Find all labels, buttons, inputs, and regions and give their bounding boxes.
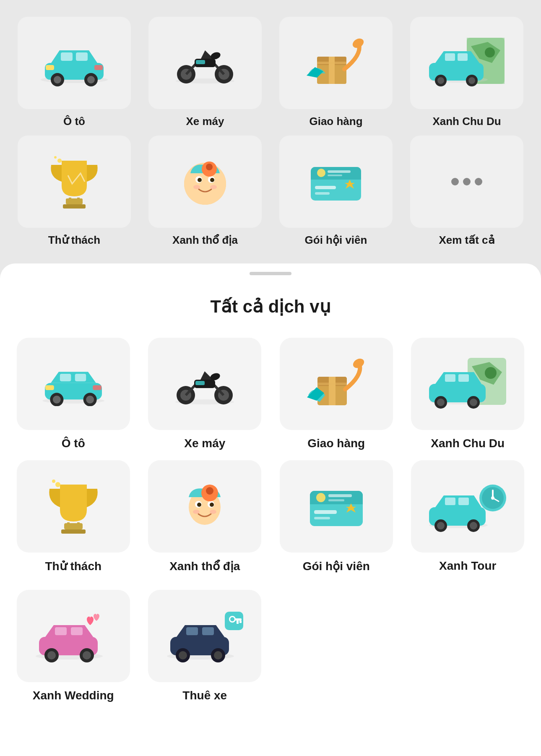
svg-rect-66 [45, 385, 54, 390]
svg-point-125 [491, 496, 494, 500]
service-label-xanh-chu-du: Xanh Chu Du [431, 437, 505, 450]
svg-rect-57 [328, 175, 342, 176]
svg-rect-145 [235, 618, 242, 620]
svg-point-131 [47, 651, 56, 660]
service-label-xanh-tho-dia-top: Xanh thổ địa [172, 234, 238, 247]
svg-point-133 [83, 651, 91, 660]
service-icon-xe-may-top [148, 17, 262, 109]
service-item-xanh-chu-du-top[interactable]: Xanh Chu Du [405, 17, 528, 128]
svg-rect-20 [329, 57, 335, 84]
svg-rect-146 [239, 620, 242, 623]
service-item-xanh-tho-dia-top[interactable]: Xanh thổ địa [143, 136, 267, 247]
service-item-o-to-top[interactable]: Ô tô [13, 17, 136, 128]
service-item-xanh-chu-du[interactable]: Xanh Chu Du [407, 338, 529, 450]
service-icon-xem-tat-ca-top [410, 136, 523, 228]
service-label-o-to-top: Ô tô [63, 115, 85, 128]
service-label-giao-hang-top: Giao hàng [309, 115, 362, 128]
svg-point-110 [316, 493, 325, 502]
svg-point-55 [317, 169, 325, 177]
svg-rect-92 [61, 529, 86, 534]
svg-point-118 [437, 522, 445, 529]
service-label-xem-tat-ca-top: Xem tất cả [439, 234, 494, 247]
service-item-o-to[interactable]: Ô tô [13, 338, 134, 450]
svg-point-25 [485, 47, 495, 57]
svg-rect-67 [93, 385, 101, 390]
top-service-grid: Ô tô Xe máy [13, 17, 528, 247]
service-label-goi-hoi-vien: Gói hội viên [303, 559, 370, 573]
svg-rect-129 [71, 627, 83, 635]
service-label-xanh-tho-dia: Xanh thổ địa [169, 559, 240, 573]
svg-point-5 [54, 76, 61, 83]
service-item-goi-hoi-vien-top[interactable]: Gói hội viên [274, 136, 398, 247]
svg-rect-61 [75, 373, 86, 381]
service-item-giao-hang-top[interactable]: Giao hàng [274, 17, 398, 128]
service-label-giao-hang: Giao hàng [307, 437, 365, 450]
svg-point-88 [437, 399, 445, 406]
service-icon-giao-hang [280, 338, 393, 430]
svg-rect-116 [458, 498, 469, 505]
service-item-giao-hang[interactable]: Giao hàng [276, 338, 397, 450]
svg-rect-86 [458, 374, 469, 382]
svg-point-43 [198, 178, 202, 182]
svg-rect-29 [458, 53, 468, 61]
svg-point-65 [86, 395, 94, 403]
service-icon-xanh-tour [411, 460, 524, 553]
service-item-xanh-tho-dia[interactable]: Xanh thổ địa [144, 460, 266, 573]
top-section: Ô tô Xe máy [0, 0, 541, 259]
service-item-thu-thach[interactable]: Thử thách [13, 460, 134, 573]
bottom-service-grid-row3: Xanh Wedding [13, 590, 528, 702]
service-icon-o-to [17, 338, 130, 430]
svg-point-44 [210, 178, 214, 182]
svg-rect-52 [315, 186, 336, 189]
svg-point-93 [55, 482, 60, 487]
svg-rect-17 [196, 60, 205, 64]
service-item-xanh-wedding[interactable]: Xanh Wedding [13, 590, 134, 702]
svg-rect-56 [328, 170, 351, 173]
svg-rect-79 [317, 383, 347, 385]
svg-point-101 [210, 510, 216, 514]
svg-point-139 [179, 651, 187, 660]
service-icon-xanh-chu-du [411, 338, 524, 430]
svg-point-98 [197, 503, 201, 507]
service-item-xe-may[interactable]: Xe máy [144, 338, 266, 450]
svg-rect-91 [64, 523, 83, 529]
svg-rect-111 [328, 494, 352, 497]
svg-point-7 [87, 76, 95, 83]
service-icon-giao-hang-top [279, 17, 393, 109]
svg-point-33 [468, 77, 475, 84]
section-title: Tất cả dịch vụ [13, 296, 528, 317]
svg-point-82 [485, 367, 497, 379]
svg-point-46 [210, 185, 217, 189]
bottom-service-grid: Ô tô Xe máy [13, 338, 528, 573]
svg-point-141 [214, 651, 222, 660]
svg-point-100 [193, 510, 200, 514]
service-label-xanh-chu-du-top: Xanh Chu Du [432, 115, 501, 128]
service-label-xanh-tour: Xanh Tour [439, 559, 496, 573]
svg-point-36 [57, 159, 62, 163]
svg-point-99 [210, 503, 214, 507]
svg-rect-8 [46, 65, 54, 70]
svg-point-45 [193, 185, 200, 189]
service-icon-goi-hoi-vien [280, 460, 393, 553]
empty-cell-1 [276, 590, 397, 702]
svg-rect-85 [445, 374, 455, 382]
svg-rect-128 [55, 627, 67, 635]
service-item-thu-thach-top[interactable]: Thử thách [13, 136, 136, 247]
service-item-xem-tat-ca-top[interactable]: Xem tất cả [405, 136, 528, 247]
dots-icon [451, 178, 482, 185]
service-item-xe-may-top[interactable]: Xe máy [143, 17, 267, 128]
service-icon-thu-thach-top [18, 136, 131, 228]
svg-point-90 [470, 399, 477, 406]
service-item-thue-xe[interactable]: Thuê xe [144, 590, 266, 702]
svg-rect-2 [61, 52, 73, 61]
service-icon-thu-thach [17, 460, 130, 553]
svg-rect-75 [195, 381, 205, 385]
service-item-xanh-tour[interactable]: Xanh Tour [407, 460, 529, 573]
drag-handle[interactable] [250, 272, 291, 275]
svg-rect-136 [186, 627, 198, 635]
svg-rect-115 [445, 498, 455, 505]
service-label-thu-thach-top: Thử thách [48, 234, 100, 247]
svg-rect-3 [76, 52, 88, 61]
service-item-goi-hoi-vien[interactable]: Gói hội viên [276, 460, 397, 573]
service-icon-xanh-tho-dia [148, 460, 261, 553]
